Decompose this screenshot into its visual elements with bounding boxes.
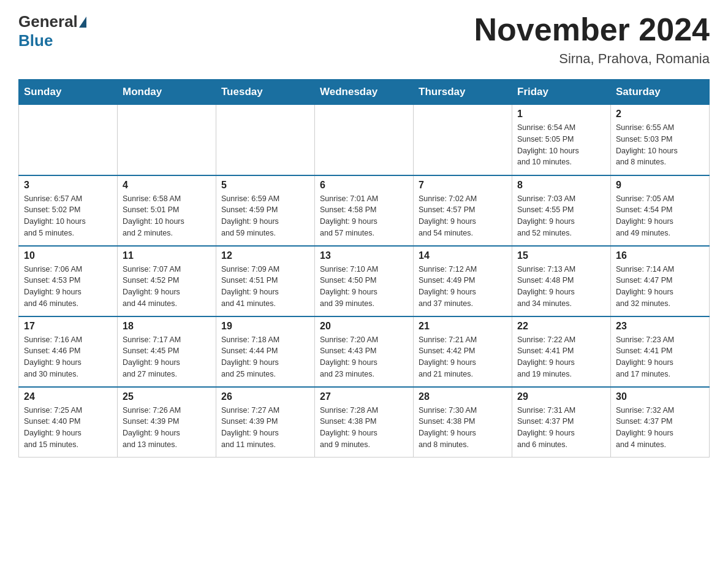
calendar-cell: 14Sunrise: 7:12 AMSunset: 4:49 PMDayligh…	[414, 246, 512, 316]
sun-info: Sunrise: 7:32 AMSunset: 4:37 PMDaylight:…	[616, 405, 704, 451]
calendar-cell: 15Sunrise: 7:13 AMSunset: 4:48 PMDayligh…	[512, 246, 611, 316]
day-header-friday: Friday	[512, 80, 611, 105]
day-header-sunday: Sunday	[19, 80, 118, 105]
logo: General Blue	[18, 12, 88, 50]
day-headers-row: SundayMondayTuesdayWednesdayThursdayFrid…	[19, 80, 710, 105]
sun-info: Sunrise: 7:20 AMSunset: 4:43 PMDaylight:…	[320, 334, 408, 380]
sun-info: Sunrise: 6:59 AMSunset: 4:59 PMDaylight:…	[221, 193, 309, 239]
calendar-cell: 25Sunrise: 7:26 AMSunset: 4:39 PMDayligh…	[118, 387, 216, 458]
calendar-cell: 5Sunrise: 6:59 AMSunset: 4:59 PMDaylight…	[216, 175, 315, 246]
day-number: 12	[221, 250, 309, 261]
sun-info: Sunrise: 7:06 AMSunset: 4:53 PMDaylight:…	[24, 264, 112, 310]
calendar-cell: 8Sunrise: 7:03 AMSunset: 4:55 PMDaylight…	[512, 175, 611, 246]
page-header: General Blue November 2024 Sirna, Prahov…	[18, 12, 710, 67]
sun-info: Sunrise: 7:10 AMSunset: 4:50 PMDaylight:…	[320, 264, 408, 310]
calendar-table: SundayMondayTuesdayWednesdayThursdayFrid…	[18, 79, 710, 458]
calendar-cell: 26Sunrise: 7:27 AMSunset: 4:39 PMDayligh…	[216, 387, 315, 458]
sun-info: Sunrise: 7:16 AMSunset: 4:46 PMDaylight:…	[24, 334, 112, 380]
day-number: 29	[517, 391, 605, 402]
day-number: 5	[221, 180, 309, 191]
day-number: 15	[517, 250, 605, 261]
calendar-cell: 22Sunrise: 7:22 AMSunset: 4:41 PMDayligh…	[512, 316, 611, 387]
calendar-cell: 27Sunrise: 7:28 AMSunset: 4:38 PMDayligh…	[315, 387, 414, 458]
location-title: Sirna, Prahova, Romania	[474, 51, 710, 67]
day-number: 14	[419, 250, 507, 261]
calendar-cell: 2Sunrise: 6:55 AMSunset: 5:03 PMDaylight…	[611, 105, 710, 175]
day-number: 20	[320, 321, 408, 332]
sun-info: Sunrise: 7:25 AMSunset: 4:40 PMDaylight:…	[24, 405, 112, 451]
day-number: 10	[24, 250, 112, 261]
sun-info: Sunrise: 7:31 AMSunset: 4:37 PMDaylight:…	[517, 405, 605, 451]
sun-info: Sunrise: 7:01 AMSunset: 4:58 PMDaylight:…	[320, 193, 408, 239]
calendar-cell: 17Sunrise: 7:16 AMSunset: 4:46 PMDayligh…	[19, 316, 118, 387]
sun-info: Sunrise: 7:09 AMSunset: 4:51 PMDaylight:…	[221, 264, 309, 310]
sun-info: Sunrise: 7:05 AMSunset: 4:54 PMDaylight:…	[616, 193, 704, 239]
day-number: 28	[419, 391, 507, 402]
week-row-1: 3Sunrise: 6:57 AMSunset: 5:02 PMDaylight…	[19, 175, 710, 246]
calendar-cell	[315, 105, 414, 175]
calendar-cell: 24Sunrise: 7:25 AMSunset: 4:40 PMDayligh…	[19, 387, 118, 458]
header-right: November 2024 Sirna, Prahova, Romania	[474, 12, 710, 67]
sun-info: Sunrise: 6:54 AMSunset: 5:05 PMDaylight:…	[517, 122, 605, 168]
day-number: 18	[123, 321, 211, 332]
calendar-cell: 7Sunrise: 7:02 AMSunset: 4:57 PMDaylight…	[414, 175, 512, 246]
sun-info: Sunrise: 7:18 AMSunset: 4:44 PMDaylight:…	[221, 334, 309, 380]
week-row-4: 24Sunrise: 7:25 AMSunset: 4:40 PMDayligh…	[19, 387, 710, 458]
sun-info: Sunrise: 7:21 AMSunset: 4:42 PMDaylight:…	[419, 334, 507, 380]
day-number: 3	[24, 180, 112, 191]
sun-info: Sunrise: 6:57 AMSunset: 5:02 PMDaylight:…	[24, 193, 112, 239]
day-header-saturday: Saturday	[611, 80, 710, 105]
calendar-cell: 21Sunrise: 7:21 AMSunset: 4:42 PMDayligh…	[414, 316, 512, 387]
week-row-3: 17Sunrise: 7:16 AMSunset: 4:46 PMDayligh…	[19, 316, 710, 387]
sun-info: Sunrise: 7:13 AMSunset: 4:48 PMDaylight:…	[517, 264, 605, 310]
sun-info: Sunrise: 6:58 AMSunset: 5:01 PMDaylight:…	[123, 193, 211, 239]
day-number: 1	[517, 109, 605, 120]
calendar-header: SundayMondayTuesdayWednesdayThursdayFrid…	[19, 80, 710, 105]
sun-info: Sunrise: 7:03 AMSunset: 4:55 PMDaylight:…	[517, 193, 605, 239]
day-number: 30	[616, 391, 704, 402]
day-number: 9	[616, 180, 704, 191]
calendar-cell: 16Sunrise: 7:14 AMSunset: 4:47 PMDayligh…	[611, 246, 710, 316]
sun-info: Sunrise: 7:28 AMSunset: 4:38 PMDaylight:…	[320, 405, 408, 451]
sun-info: Sunrise: 7:17 AMSunset: 4:45 PMDaylight:…	[123, 334, 211, 380]
calendar-cell: 13Sunrise: 7:10 AMSunset: 4:50 PMDayligh…	[315, 246, 414, 316]
calendar-cell: 6Sunrise: 7:01 AMSunset: 4:58 PMDaylight…	[315, 175, 414, 246]
calendar-cell: 20Sunrise: 7:20 AMSunset: 4:43 PMDayligh…	[315, 316, 414, 387]
calendar-cell: 4Sunrise: 6:58 AMSunset: 5:01 PMDaylight…	[118, 175, 216, 246]
calendar-cell: 23Sunrise: 7:23 AMSunset: 4:41 PMDayligh…	[611, 316, 710, 387]
calendar-cell: 1Sunrise: 6:54 AMSunset: 5:05 PMDaylight…	[512, 105, 611, 175]
calendar-cell: 29Sunrise: 7:31 AMSunset: 4:37 PMDayligh…	[512, 387, 611, 458]
calendar-cell: 11Sunrise: 7:07 AMSunset: 4:52 PMDayligh…	[118, 246, 216, 316]
day-number: 8	[517, 180, 605, 191]
sun-info: Sunrise: 7:12 AMSunset: 4:49 PMDaylight:…	[419, 264, 507, 310]
day-header-tuesday: Tuesday	[216, 80, 315, 105]
day-header-wednesday: Wednesday	[315, 80, 414, 105]
sun-info: Sunrise: 7:30 AMSunset: 4:38 PMDaylight:…	[419, 405, 507, 451]
sun-info: Sunrise: 7:07 AMSunset: 4:52 PMDaylight:…	[123, 264, 211, 310]
day-number: 19	[221, 321, 309, 332]
day-number: 23	[616, 321, 704, 332]
sun-info: Sunrise: 7:14 AMSunset: 4:47 PMDaylight:…	[616, 264, 704, 310]
day-number: 13	[320, 250, 408, 261]
sun-info: Sunrise: 7:23 AMSunset: 4:41 PMDaylight:…	[616, 334, 704, 380]
calendar-cell	[19, 105, 118, 175]
day-number: 17	[24, 321, 112, 332]
logo-general-text: General	[18, 12, 78, 31]
day-number: 4	[123, 180, 211, 191]
day-number: 24	[24, 391, 112, 402]
day-number: 6	[320, 180, 408, 191]
sun-info: Sunrise: 7:22 AMSunset: 4:41 PMDaylight:…	[517, 334, 605, 380]
day-number: 26	[221, 391, 309, 402]
week-row-2: 10Sunrise: 7:06 AMSunset: 4:53 PMDayligh…	[19, 246, 710, 316]
sun-info: Sunrise: 7:26 AMSunset: 4:39 PMDaylight:…	[123, 405, 211, 451]
logo-blue-text: Blue	[18, 31, 88, 50]
sun-info: Sunrise: 7:27 AMSunset: 4:39 PMDaylight:…	[221, 405, 309, 451]
calendar-cell: 3Sunrise: 6:57 AMSunset: 5:02 PMDaylight…	[19, 175, 118, 246]
day-number: 22	[517, 321, 605, 332]
month-title: November 2024	[474, 12, 710, 47]
calendar-cell	[414, 105, 512, 175]
day-number: 21	[419, 321, 507, 332]
calendar-cell: 18Sunrise: 7:17 AMSunset: 4:45 PMDayligh…	[118, 316, 216, 387]
week-row-0: 1Sunrise: 6:54 AMSunset: 5:05 PMDaylight…	[19, 105, 710, 175]
sun-info: Sunrise: 6:55 AMSunset: 5:03 PMDaylight:…	[616, 122, 704, 168]
